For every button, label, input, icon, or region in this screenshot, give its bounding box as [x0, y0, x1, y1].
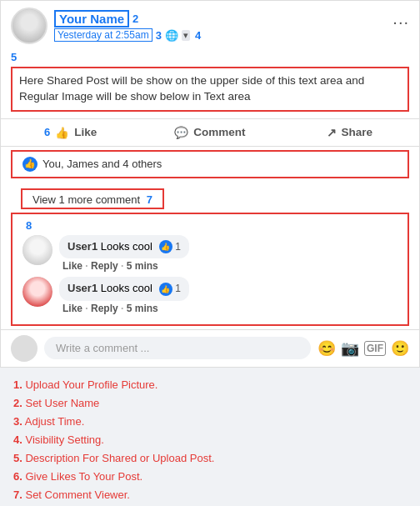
description-number-label: 5: [1, 51, 419, 63]
thumbs-up-icon: 👍: [55, 126, 69, 139]
comment-section-badge: 8: [26, 219, 398, 232]
view-more-comments-button[interactable]: View 1 more comment 7: [21, 188, 164, 209]
instruction-2: 2. Set User Name: [13, 394, 407, 413]
comment-like-count: 1: [175, 241, 181, 253]
post-description: Here Shared Post will be show on the upp…: [11, 67, 409, 112]
comment-item: User1 Looks cool 👍 1 Like · Reply · 5 mi…: [22, 235, 398, 273]
emoji-icon[interactable]: 😊: [318, 339, 336, 358]
action-bar: 6 👍 Like 💬 Comment ↗ Share: [1, 118, 419, 147]
like-button[interactable]: 6 👍 Like: [1, 121, 140, 144]
post-header: Your Name 2 Yesterday at 2:55am 3 🌐 ▾ 4 …: [1, 1, 419, 51]
likes-text: You, James and 4 others: [42, 158, 162, 170]
like-number-badge: 6: [44, 126, 50, 138]
post-meta: Your Name 2 Yesterday at 2:55am 3 🌐 ▾ 4: [54, 10, 409, 42]
comment-label: Comment: [193, 126, 245, 138]
visibility-badge: 4: [195, 29, 201, 42]
comment-like-action[interactable]: Like: [62, 260, 82, 272]
post-time[interactable]: Yesterday at 2:55am: [54, 28, 152, 42]
view-more-comments-wrap: View 1 more comment 7: [1, 182, 419, 209]
share-label: Share: [342, 126, 373, 138]
comment-reply-action[interactable]: Reply: [91, 303, 118, 314]
comment-input-icons: 😊 📷 GIF 🙂: [318, 339, 409, 358]
comment-input[interactable]: Write a comment ...: [44, 337, 311, 359]
instruction-7: 7. Set Comment Viewer.: [13, 486, 407, 504]
gif-icon[interactable]: GIF: [364, 341, 386, 356]
visibility-dropdown[interactable]: ▾: [182, 30, 190, 41]
comment-avatar: [22, 277, 52, 307]
comment-like-icon: 👍: [159, 240, 172, 253]
globe-icon: 🌐: [165, 29, 178, 42]
share-icon: ↗: [327, 126, 337, 139]
instruction-5: 5. Description For Shared or Upload Post…: [13, 449, 407, 468]
comment-text-content: Looks cool: [101, 282, 152, 294]
comment-icon: 💬: [174, 126, 188, 139]
instruction-6: 6. Give Likes To Your Post.: [13, 468, 407, 486]
instruction-3: 3. Adjust Time.: [13, 413, 407, 431]
view-comments-badge: 7: [147, 193, 152, 206]
comment-button[interactable]: 💬 Comment: [140, 121, 279, 144]
avatar[interactable]: [11, 8, 48, 44]
comment-like-action[interactable]: Like: [62, 303, 82, 314]
sticker-icon[interactable]: 🙂: [391, 339, 409, 358]
comment-actions: Like · Reply · 5 mins: [59, 303, 398, 314]
comment-reply-action[interactable]: Reply: [91, 260, 118, 272]
comments-section: 8 User1 Looks cool 👍 1 Like · Reply: [11, 213, 409, 326]
share-button[interactable]: ↗ Share: [280, 121, 419, 144]
camera-icon[interactable]: 📷: [341, 339, 359, 358]
comment-username: User1: [68, 282, 98, 294]
comment-text-content: Looks cool: [101, 240, 152, 253]
comment-actions: Like · Reply · 5 mins: [59, 260, 398, 272]
like-reaction-icon: 👍: [22, 157, 38, 172]
comment-body: User1 Looks cool 👍 1 Like · Reply · 5 mi…: [59, 277, 398, 314]
post-card: Your Name 2 Yesterday at 2:55am 3 🌐 ▾ 4 …: [0, 0, 420, 368]
more-options-button[interactable]: ...: [392, 9, 409, 28]
time-badge: 3: [156, 29, 162, 42]
instruction-4: 4. Visibility Setting.: [13, 431, 407, 449]
user-name[interactable]: Your Name: [54, 10, 129, 28]
instruction-1: 1. Upload Your Profile Picture.: [13, 376, 407, 394]
user-name-badge: 2: [132, 13, 138, 25]
comment-input-row: Write a comment ... 😊 📷 GIF 🙂: [1, 329, 419, 367]
likes-row[interactable]: 👍 You, James and 4 others: [11, 150, 409, 178]
comment-username: User1: [68, 240, 98, 253]
comment-avatar: [22, 235, 52, 265]
comment-like-icon: 👍: [159, 283, 172, 296]
comment-time: 5 mins: [127, 303, 158, 314]
like-label: Like: [74, 126, 97, 138]
current-user-avatar: [11, 335, 38, 362]
comment-like-count: 1: [175, 283, 181, 294]
comment-item: User1 Looks cool 👍 1 Like · Reply · 5 mi…: [22, 277, 398, 314]
comment-time: 5 mins: [127, 260, 158, 272]
instructions-section: 1. Upload Your Profile Picture. 2. Set U…: [0, 368, 420, 506]
comment-body: User1 Looks cool 👍 1 Like · Reply · 5 mi…: [59, 235, 398, 273]
